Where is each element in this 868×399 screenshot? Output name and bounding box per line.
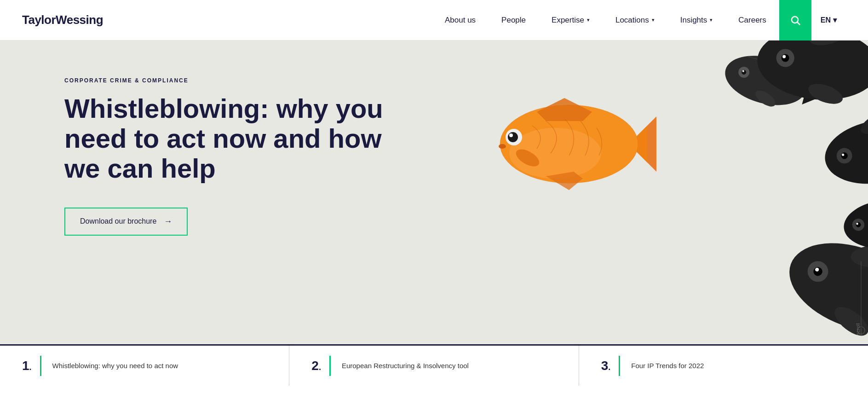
download-brochure-button[interactable]: Download our brochure →: [64, 208, 188, 236]
hero-title: Whistleblowing: why youneed to act now a…: [64, 94, 383, 184]
search-button[interactable]: [779, 0, 811, 40]
svg-point-49: [499, 144, 506, 149]
svg-point-0: [792, 17, 798, 23]
bottom-divider-2: [329, 356, 331, 376]
bottom-divider-3: [619, 356, 620, 376]
bottom-divider-1: [40, 356, 41, 376]
locations-chevron-icon: ▾: [652, 17, 655, 23]
main-nav: About us People Expertise ▾ Locations ▾ …: [432, 0, 779, 40]
bottom-text-3: Four IP Trends for 2022: [627, 362, 704, 370]
nav-people[interactable]: People: [489, 0, 539, 40]
language-selector[interactable]: EN ▾: [811, 0, 846, 40]
nav-about-us[interactable]: About us: [432, 0, 489, 40]
fish-scene-svg: scroll: [362, 40, 868, 344]
arrow-right-icon: →: [164, 217, 172, 226]
lang-chevron-icon: ▾: [833, 16, 837, 24]
nav-careers[interactable]: Careers: [725, 0, 779, 40]
nav-expertise[interactable]: Expertise ▾: [539, 0, 603, 40]
bottom-num-2: 2.: [311, 359, 321, 372]
header: TaylorWessing About us People Expertise …: [0, 0, 868, 40]
hero-content: CORPORATE CRIME & COMPLIANCE Whistleblow…: [64, 77, 383, 236]
svg-line-1: [797, 22, 800, 25]
goldfish-group: [499, 98, 656, 190]
svg-marker-43: [537, 98, 592, 121]
nav-insights[interactable]: Insights ▾: [667, 0, 726, 40]
hero-label: CORPORATE CRIME & COMPLIANCE: [64, 77, 383, 84]
bottom-num-1: 1.: [22, 359, 32, 372]
bottom-bar: 1. Whistleblowing: why you need to act n…: [0, 344, 868, 386]
nav-locations[interactable]: Locations ▾: [603, 0, 667, 40]
search-icon: [790, 15, 801, 26]
svg-point-48: [509, 133, 513, 137]
bottom-text-1: Whistleblowing: why you need to act now: [48, 362, 178, 370]
expertise-chevron-icon: ▾: [587, 17, 590, 23]
logo[interactable]: TaylorWessing: [22, 13, 103, 27]
bottom-text-2: European Restructuring & Insolvency tool: [337, 362, 469, 370]
bottom-item-1[interactable]: 1. Whistleblowing: why you need to act n…: [0, 346, 289, 386]
hero-section: CORPORATE CRIME & COMPLIANCE Whistleblow…: [0, 40, 868, 344]
bottom-item-2[interactable]: 2. European Restructuring & Insolvency t…: [289, 346, 579, 386]
bottom-num-3: 3.: [601, 359, 611, 372]
svg-point-47: [508, 132, 518, 142]
insights-chevron-icon: ▾: [710, 17, 713, 23]
bottom-item-3[interactable]: 3. Four IP Trends for 2022: [579, 346, 868, 386]
fish-illustration: scroll: [362, 40, 868, 344]
